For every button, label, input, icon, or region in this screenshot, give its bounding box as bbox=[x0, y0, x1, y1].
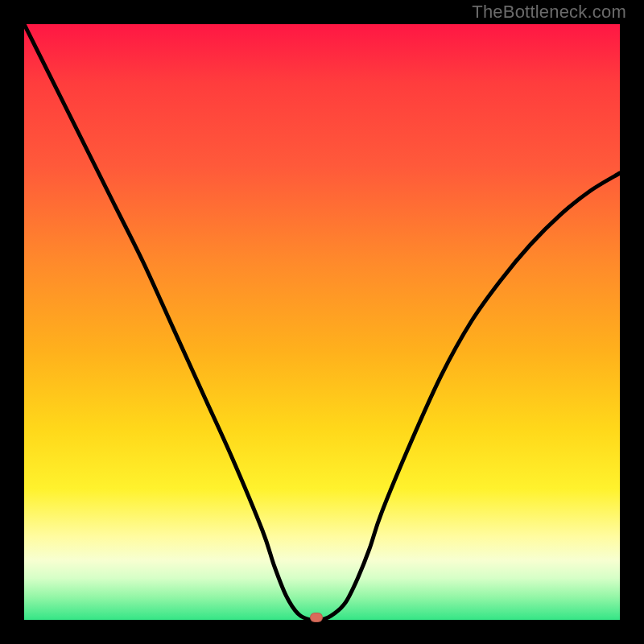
curve-path bbox=[24, 24, 620, 621]
chart-frame: TheBottleneck.com bbox=[0, 0, 644, 644]
plot-area bbox=[24, 24, 620, 620]
watermark-text: TheBottleneck.com bbox=[472, 2, 626, 23]
bottleneck-curve bbox=[24, 24, 620, 620]
minimum-marker bbox=[310, 613, 323, 622]
